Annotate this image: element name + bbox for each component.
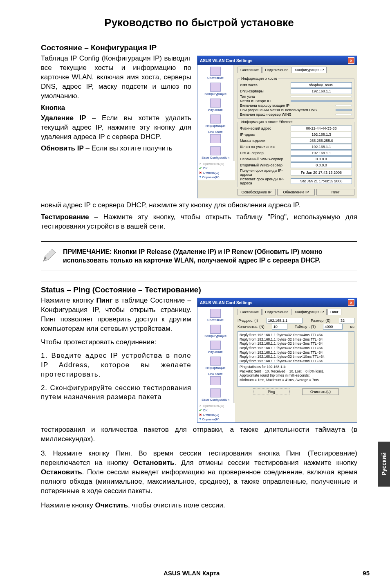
renew-ip-desc-b: новый адрес IP с сервера DHCP, нажмите э… <box>41 201 357 210</box>
ping-stats-box: Ping statistics for 192.168.1.1: Packets… <box>238 363 354 387</box>
pencil-icon <box>41 247 57 264</box>
note-text: ПРИМЕЧАНИЕ: Кнопки IP Release (Удаление … <box>63 247 357 265</box>
ip-release-button[interactable]: Освобождение IP <box>238 189 276 195</box>
ip-renew-button[interactable]: Обновление IP <box>277 189 315 195</box>
do-ping-button[interactable]: Ping <box>253 388 290 395</box>
tab-ipconfig[interactable]: Конфигурация IP <box>292 67 327 73</box>
tab-status[interactable]: Состояние <box>238 309 262 315</box>
section-heading-ipconfig: Состояние – Конфигурация IP <box>41 43 357 52</box>
close-icon[interactable]: × <box>348 57 354 64</box>
tab-ipconfig[interactable]: Конфигурация IP <box>292 309 327 315</box>
sidebar-item-config[interactable]: Конфигурация <box>197 81 233 97</box>
footer-product: ASUS WLAN Карта <box>164 570 220 577</box>
help-button[interactable]: ? Справка(H) <box>198 417 234 422</box>
gateway-value: 192.168.1.1 <box>291 144 352 150</box>
window-title: ASUS WLAN Card Settings <box>200 301 252 305</box>
ethernet-info-group: Информация о плате Ethernet Физический а… <box>238 120 354 187</box>
sidebar-item-status[interactable]: Состояние <box>197 307 233 323</box>
cancel-button[interactable]: ✖ Отмена(C) <box>198 413 234 417</box>
ping-button[interactable]: Пинг <box>316 189 354 195</box>
sidebar-item-saveconfig[interactable]: Save Configuration <box>197 387 233 403</box>
close-icon[interactable]: × <box>348 299 354 306</box>
sidebar-item-survey[interactable]: Изучение <box>197 339 233 355</box>
host-value: shopboy_asus. <box>291 82 352 88</box>
ping-timeout-input[interactable]: 4000 <box>323 324 343 330</box>
ping-clear: Нажмите кнопку Очистить, чтобы очистить … <box>41 501 357 510</box>
mac-value: 00-22-44-44-33-33 <box>291 126 352 131</box>
tab-status[interactable]: Состояние <box>238 67 262 73</box>
section-heading-ping: Status – Ping (Состояние – Тестирование) <box>41 285 357 294</box>
ok-button[interactable]: ✔ OK <box>198 408 234 413</box>
apply-button: ✔ Применить(A) <box>198 404 234 408</box>
ping-count-input[interactable]: 10 <box>272 324 287 330</box>
apply-button: ✔ Применить(A) <box>198 162 234 166</box>
tab-connection[interactable]: Подключение <box>262 67 291 73</box>
scrollbar[interactable] <box>348 332 354 363</box>
tab-connection[interactable]: Подключение <box>262 309 291 315</box>
window-sidebar: Состояние Конфигурация Изучение Информац… <box>197 65 234 161</box>
sidebar-item-status[interactable]: Состояние <box>197 65 233 81</box>
ping-replies-box: Reply from 192.168.1.1: bytes=32 times=4… <box>238 331 354 363</box>
window-title: ASUS WLAN Card Settings <box>200 58 252 63</box>
ok-button[interactable]: ✔ OK <box>198 166 234 171</box>
scrollbar[interactable] <box>348 364 354 386</box>
page-footer: ASUS WLAN Карта 95 <box>0 567 390 577</box>
dns-value: 192.168.1.1 <box>291 88 352 94</box>
clear-button[interactable]: Очистить(L) <box>302 388 339 395</box>
host-info-group: Информация о хосте Имя хостаshopboy_asus… <box>238 76 354 119</box>
ping-size-input[interactable]: 32 <box>339 318 354 323</box>
tab-ping[interactable]: Пинг <box>327 309 341 315</box>
sidebar-item-linkstate[interactable]: Link State <box>197 371 233 387</box>
dhcp-value: 192.168.1.1 <box>291 150 352 156</box>
page-title: Руководство по быстрой установке <box>41 16 357 29</box>
ipconfig-window: ASUS WLAN Card Settings × Состояние Конф… <box>197 56 357 198</box>
note-block: ПРИМЕЧАНИЕ: Кнопки IP Release (Удаление … <box>41 241 357 271</box>
testing-desc: Тестирование – Нажмите эту кнопку, чтобы… <box>41 213 357 231</box>
ping-step3: 3. Нажмите кнопку Пинг. Во время сессии … <box>41 449 357 496</box>
sidebar-item-info[interactable]: Информация <box>197 113 233 129</box>
sidebar-item-survey[interactable]: Изучение <box>197 97 233 113</box>
sidebar-item-info[interactable]: Информация <box>197 355 233 371</box>
cancel-button[interactable]: ✖ Отмена(C) <box>198 171 234 175</box>
page-number: 95 <box>363 570 370 577</box>
ping-ip-input[interactable]: 192.168.1.1 <box>267 318 303 323</box>
ip-value: 192.168.1.3 <box>291 132 352 137</box>
window-sidebar: Состояние Конфигурация Изучение Информац… <box>197 307 234 403</box>
sidebar-item-linkstate[interactable]: Link State <box>197 129 233 145</box>
sidebar-item-saveconfig[interactable]: Save Configuration <box>197 145 233 161</box>
help-button[interactable]: ? Справка(H) <box>198 175 234 180</box>
language-tab: Русский <box>378 442 390 487</box>
sidebar-item-config[interactable]: Конфигурация <box>197 323 233 339</box>
ping-step2b: тестирования и количества пакетов для от… <box>41 425 357 444</box>
mask-value: 255.255.255.0 <box>291 138 352 144</box>
ping-window: ASUS WLAN Card Settings × Состояние Конф… <box>197 298 357 423</box>
